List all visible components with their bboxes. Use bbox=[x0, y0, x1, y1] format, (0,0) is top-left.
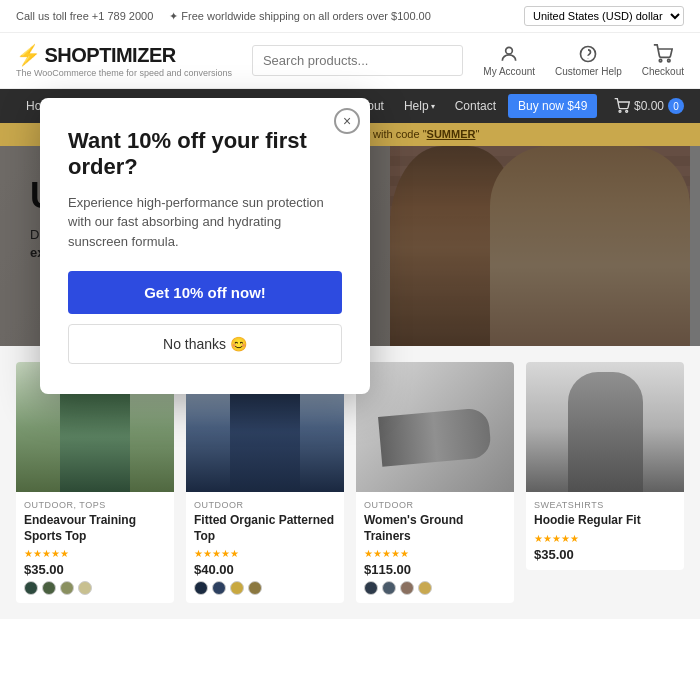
help-chevron: ▾ bbox=[431, 102, 435, 111]
checkout-label: Checkout bbox=[642, 66, 684, 77]
svg-point-2 bbox=[659, 59, 662, 61]
logo-subtitle: The WooCommerce theme for speed and conv… bbox=[16, 68, 232, 78]
product-info-4: SWEATSHIRTS Hoodie Regular Fit ★★★★★ $35… bbox=[526, 492, 684, 570]
currency-selector[interactable]: United States (USD) dollar bbox=[524, 6, 684, 26]
product-swatches-1 bbox=[24, 581, 166, 595]
logo[interactable]: ⚡ SHOPTIMIZER The WooCommerce theme for … bbox=[16, 43, 232, 78]
shipping-text: ✦ Free worldwide shipping on all orders … bbox=[169, 10, 431, 23]
product-info-2: OUTDOOR Fitted Organic Patterned Top ★★★… bbox=[186, 492, 344, 603]
product-price-2: $40.00 bbox=[194, 562, 336, 577]
svg-point-4 bbox=[619, 110, 621, 112]
product-price-1: $35.00 bbox=[24, 562, 166, 577]
svg-point-3 bbox=[667, 59, 670, 61]
nav-contact[interactable]: Contact bbox=[445, 89, 506, 123]
site-header: ⚡ SHOPTIMIZER The WooCommerce theme for … bbox=[0, 33, 700, 89]
svg-point-0 bbox=[506, 47, 513, 54]
product-category-3: OUTDOOR bbox=[364, 500, 506, 510]
product-card-wrapper-1: SALE OUTDOOR, TOPS Endeavour Training Sp… bbox=[16, 362, 174, 603]
product-stars-4: ★★★★★ bbox=[534, 533, 676, 544]
popup-description: Experience high-performance sun protecti… bbox=[68, 193, 342, 252]
product-card-4[interactable]: SWEATSHIRTS Hoodie Regular Fit ★★★★★ $35… bbox=[526, 362, 684, 570]
product-stars-1: ★★★★★ bbox=[24, 548, 166, 559]
header-icons: My Account Customer Help Checkout bbox=[483, 44, 684, 77]
popup-headline: Want 10% off your first order? bbox=[68, 128, 342, 181]
my-account-label: My Account bbox=[483, 66, 535, 77]
product-stars-3: ★★★★★ bbox=[364, 548, 506, 559]
product-info-3: OUTDOOR Women's Ground Trainers ★★★★★ $1… bbox=[356, 492, 514, 603]
swatch[interactable] bbox=[382, 581, 396, 595]
product-card-1[interactable]: OUTDOOR, TOPS Endeavour Training Sports … bbox=[16, 362, 174, 603]
svg-point-5 bbox=[626, 110, 628, 112]
product-image-4 bbox=[526, 362, 684, 492]
logo-icon: ⚡ bbox=[16, 43, 41, 67]
product-info-1: OUTDOOR, TOPS Endeavour Training Sports … bbox=[16, 492, 174, 603]
checkout-button[interactable]: Checkout bbox=[642, 44, 684, 77]
product-stars-2: ★★★★★ bbox=[194, 548, 336, 559]
swatch[interactable] bbox=[24, 581, 38, 595]
product-category-1: OUTDOOR, TOPS bbox=[24, 500, 166, 510]
phone-text: Call us toll free +1 789 2000 bbox=[16, 10, 153, 23]
product-card-wrapper-3: OUTDOOR Women's Ground Trainers ★★★★★ $1… bbox=[356, 362, 514, 603]
product-card-3[interactable]: OUTDOOR Women's Ground Trainers ★★★★★ $1… bbox=[356, 362, 514, 603]
my-account-button[interactable]: My Account bbox=[483, 44, 535, 77]
main-content-area: Up to 50% off! Don't miss out on some ve… bbox=[0, 146, 700, 346]
product-name-1: Endeavour Training Sports Top bbox=[24, 513, 166, 544]
product-name-2: Fitted Organic Patterned Top bbox=[194, 513, 336, 544]
nav-help[interactable]: Help ▾ bbox=[394, 89, 445, 123]
popup-modal: × Want 10% off your first order? Experie… bbox=[40, 98, 370, 394]
svg-point-1 bbox=[581, 47, 596, 62]
product-category-2: OUTDOOR bbox=[194, 500, 336, 510]
swatch[interactable] bbox=[364, 581, 378, 595]
logo-name-text: SHOPTIMIZER bbox=[45, 44, 176, 67]
popup-cta-button[interactable]: Get 10% off now! bbox=[68, 271, 342, 314]
swatch[interactable] bbox=[212, 581, 226, 595]
product-swatches-2 bbox=[194, 581, 336, 595]
swatch[interactable] bbox=[230, 581, 244, 595]
product-name-4: Hoodie Regular Fit bbox=[534, 513, 676, 529]
customer-help-label: Customer Help bbox=[555, 66, 622, 77]
product-image-3 bbox=[356, 362, 514, 492]
promo-code-link[interactable]: SUMMER bbox=[427, 128, 476, 140]
swatch[interactable] bbox=[60, 581, 74, 595]
swatch[interactable] bbox=[194, 581, 208, 595]
swatch[interactable] bbox=[78, 581, 92, 595]
cart-count: 0 bbox=[668, 98, 684, 114]
popup-overlay: × Want 10% off your first order? Experie… bbox=[0, 146, 700, 346]
swatch[interactable] bbox=[42, 581, 56, 595]
product-name-3: Women's Ground Trainers bbox=[364, 513, 506, 544]
product-price-4: $35.00 bbox=[534, 547, 676, 562]
product-card-wrapper-4: SWEATSHIRTS Hoodie Regular Fit ★★★★★ $35… bbox=[526, 362, 684, 603]
popup-dismiss-button[interactable]: No thanks 😊 bbox=[68, 324, 342, 364]
product-swatches-3 bbox=[364, 581, 506, 595]
nav-buy-button[interactable]: Buy now $49 bbox=[508, 94, 597, 118]
product-card-2[interactable]: OUTDOOR Fitted Organic Patterned Top ★★★… bbox=[186, 362, 344, 603]
product-price-3: $115.00 bbox=[364, 562, 506, 577]
customer-help-button[interactable]: Customer Help bbox=[555, 44, 622, 77]
product-card-wrapper-2: OUTDOOR Fitted Organic Patterned Top ★★★… bbox=[186, 362, 344, 603]
cart-total: $0.00 bbox=[634, 99, 664, 113]
swatch[interactable] bbox=[400, 581, 414, 595]
nav-cart[interactable]: $0.00 0 bbox=[614, 98, 684, 114]
popup-close-button[interactable]: × bbox=[334, 108, 360, 134]
top-bar: Call us toll free +1 789 2000 ✦ Free wor… bbox=[0, 0, 700, 33]
product-category-4: SWEATSHIRTS bbox=[534, 500, 676, 510]
search-input[interactable] bbox=[252, 45, 463, 76]
swatch[interactable] bbox=[418, 581, 432, 595]
swatch[interactable] bbox=[248, 581, 262, 595]
